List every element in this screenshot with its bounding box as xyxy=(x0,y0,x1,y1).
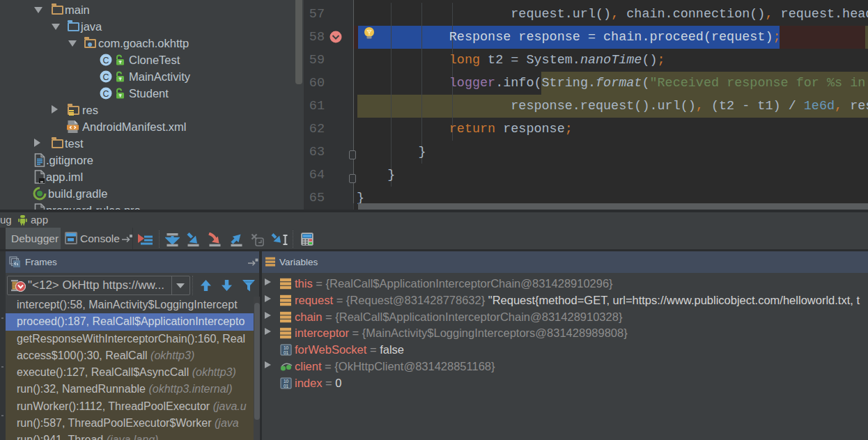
svg-text:10: 10 xyxy=(284,378,289,383)
svg-text:01: 01 xyxy=(284,383,289,388)
svg-text:C: C xyxy=(102,56,109,65)
svg-text:C: C xyxy=(102,89,109,99)
svg-text:C: C xyxy=(102,72,109,82)
svg-text:01: 01 xyxy=(284,350,289,355)
svg-text:10: 10 xyxy=(284,345,289,350)
